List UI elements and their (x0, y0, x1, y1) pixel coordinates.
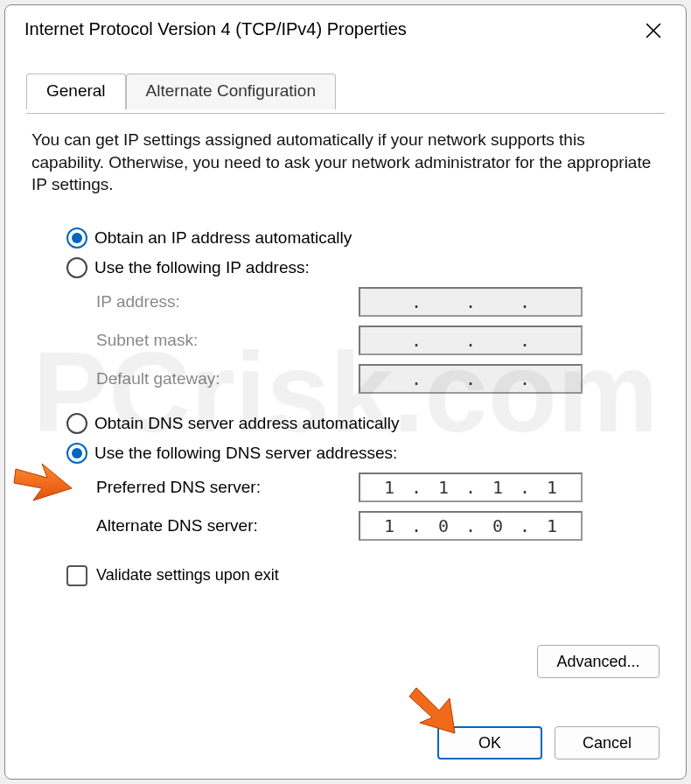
ip-address-input: ... (359, 287, 583, 317)
ip-address-label: IP address: (96, 292, 359, 312)
properties-dialog: Internet Protocol Version 4 (TCP/IPv4) P… (4, 4, 687, 780)
alternate-dns-label: Alternate DNS server: (96, 516, 359, 536)
radio-obtain-ip-auto-label: Obtain an IP address automatically (94, 228, 352, 248)
advanced-button[interactable]: Advanced... (537, 645, 660, 678)
radio-use-following-ip-label: Use the following IP address: (94, 258, 310, 277)
radio-obtain-dns-auto[interactable] (66, 413, 87, 434)
cancel-button[interactable]: Cancel (555, 726, 660, 760)
preferred-dns-input[interactable]: 1. 1. 1. 1 (359, 472, 583, 502)
tab-alternate-configuration[interactable]: Alternate Configuration (126, 74, 336, 109)
preferred-dns-label: Preferred DNS server: (96, 478, 359, 497)
close-icon (646, 23, 661, 38)
default-gateway-input: ... (359, 364, 583, 394)
validate-settings-label: Validate settings upon exit (96, 566, 279, 584)
intro-text: You can get IP settings assigned automat… (31, 129, 660, 196)
validate-settings-checkbox[interactable] (66, 565, 87, 586)
subnet-mask-input: ... (359, 326, 583, 355)
window-title: Internet Protocol Version 4 (TCP/IPv4) P… (24, 19, 407, 39)
tab-general[interactable]: General (26, 74, 126, 109)
radio-obtain-ip-auto[interactable] (66, 228, 87, 248)
radio-use-following-dns[interactable] (66, 443, 87, 464)
radio-use-following-dns-label: Use the following DNS server addresses: (94, 444, 397, 463)
default-gateway-label: Default gateway: (96, 369, 359, 388)
close-button[interactable] (637, 18, 670, 44)
radio-use-following-ip[interactable] (66, 257, 87, 278)
ok-button[interactable]: OK (437, 726, 542, 760)
radio-obtain-dns-auto-label: Obtain DNS server address automatically (94, 414, 399, 433)
alternate-dns-input[interactable]: 1. 0. 0. 1 (359, 511, 583, 541)
subnet-mask-label: Subnet mask: (96, 331, 359, 350)
